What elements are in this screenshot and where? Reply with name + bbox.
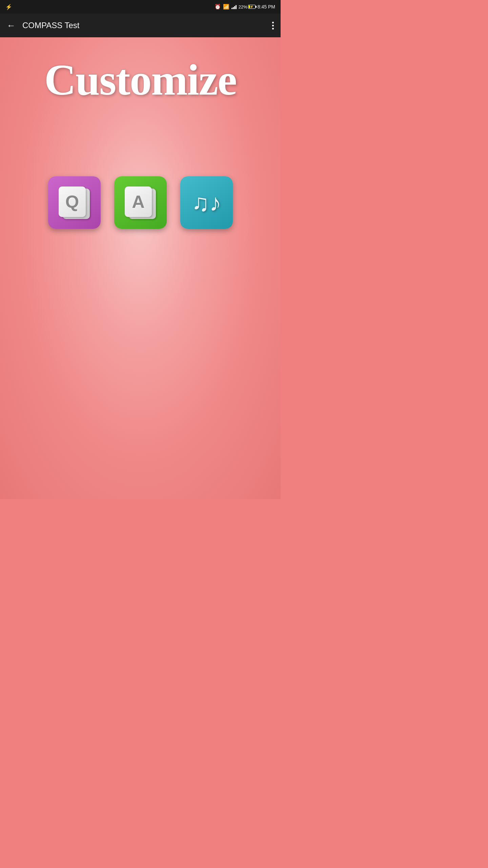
answer-card-button[interactable]: A [114, 176, 167, 229]
main-content: Customize Q A ♫♪ [0, 37, 281, 499]
battery-container: 22% ⚡ [239, 4, 256, 9]
status-bar-left: ⚡ [5, 4, 12, 10]
music-notes-icon: ♫♪ [191, 189, 221, 216]
more-options-button[interactable] [272, 22, 274, 29]
bolt-icon: ⚡ [250, 5, 253, 8]
battery-icon: ⚡ [248, 5, 256, 9]
music-button[interactable]: ♫♪ [180, 176, 233, 229]
status-bar-right: ⏰ 📶 22% ⚡ 8:45 PM [215, 4, 275, 10]
more-dot-3 [272, 28, 274, 29]
app-bar: ← COMPASS Test [0, 14, 281, 37]
time-display: 8:45 PM [258, 4, 275, 9]
card-front-a: A [125, 186, 152, 217]
back-button[interactable]: ← [7, 20, 16, 31]
customize-title: Customize [38, 58, 243, 102]
card-front-q: Q [59, 186, 86, 217]
app-bar-title: COMPASS Test [22, 21, 80, 30]
a-letter: A [132, 192, 145, 212]
status-bar: ⚡ ⏰ 📶 22% ⚡ 8:45 PM [0, 0, 281, 14]
more-dot-2 [272, 25, 274, 26]
q-icon-container: Q [57, 186, 91, 220]
q-letter: Q [65, 192, 79, 212]
usb-icon: ⚡ [5, 4, 12, 10]
app-bar-left: ← COMPASS Test [7, 20, 80, 31]
signal-bars [231, 4, 237, 9]
back-arrow-icon: ← [7, 20, 16, 31]
a-icon-container: A [123, 186, 157, 220]
wifi-icon: 📶 [223, 4, 229, 10]
alarm-icon: ⏰ [215, 4, 221, 10]
music-icon-container: ♫♪ [189, 186, 223, 220]
more-dot-1 [272, 22, 274, 23]
battery-percent-label: 22% [239, 4, 247, 9]
icons-row: Q A ♫♪ [48, 176, 233, 229]
question-card-button[interactable]: Q [48, 176, 101, 229]
